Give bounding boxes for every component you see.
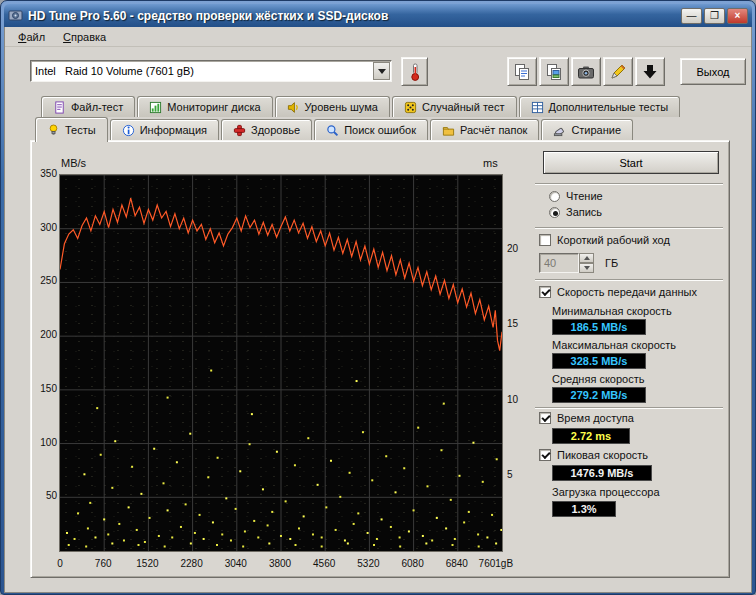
access-time-dot xyxy=(153,448,155,450)
tab-information[interactable]: Информация xyxy=(110,119,219,140)
max-speed-label: Максимальная скорость xyxy=(552,339,676,351)
short-stroke-checkbox[interactable]: Короткий рабочий ход xyxy=(539,234,670,246)
exit-button[interactable]: Выход xyxy=(680,58,746,85)
stepper-down-button[interactable] xyxy=(579,263,594,273)
access-time-dot xyxy=(185,503,187,505)
tab-folder-usage[interactable]: Расчёт папок xyxy=(430,119,539,140)
close-button[interactable]: × xyxy=(727,8,748,24)
window-controls: — ❐ × xyxy=(681,8,748,24)
min-speed-value: 186.5 MB/s xyxy=(552,319,646,335)
stepper-up-button[interactable] xyxy=(579,253,594,263)
access-time-dot xyxy=(158,535,160,537)
access-time-dot xyxy=(458,475,460,477)
hd-tune-window: HD Tune Pro 5.60 - средство проверки жёс… xyxy=(0,0,756,595)
title-bar[interactable]: HD Tune Pro 5.60 - средство проверки жёс… xyxy=(4,4,752,27)
access-time-dot xyxy=(83,473,85,475)
access-time-dot xyxy=(190,542,192,544)
xtick-label: 1520 xyxy=(136,558,158,569)
max-speed-value: 328.5 MB/s xyxy=(552,353,646,369)
screenshot-button[interactable] xyxy=(571,57,601,86)
tab-file-test[interactable]: Файл-тест xyxy=(41,96,135,117)
short-stroke-value[interactable]: 40 xyxy=(539,253,579,273)
toolbar: Intel Raid 10 Volume (7601 gB) xyxy=(5,48,751,92)
checkbox-box-checked xyxy=(539,286,551,298)
access-time-dot xyxy=(450,499,452,501)
ytick-label: 150 xyxy=(33,383,57,394)
tab-label: Здоровье xyxy=(251,124,300,136)
divider xyxy=(535,407,723,409)
access-time-dot xyxy=(371,479,373,481)
access-time-dot xyxy=(317,484,319,486)
read-radio-label: Чтение xyxy=(566,190,603,202)
access-time-dot xyxy=(431,539,433,541)
folder-usage-icon xyxy=(442,124,455,137)
tab-health[interactable]: Здоровье xyxy=(221,119,312,140)
health-icon xyxy=(233,124,246,137)
temperature-button[interactable] xyxy=(401,57,428,86)
submit-results-button[interactable] xyxy=(603,57,633,86)
camera-icon xyxy=(577,63,595,81)
access-time-dot xyxy=(136,529,138,531)
minimize-button[interactable]: — xyxy=(681,8,702,24)
access-time-dot xyxy=(68,544,70,546)
access-time-dot xyxy=(180,526,182,528)
save-button[interactable] xyxy=(635,57,665,86)
checkbox-box xyxy=(539,234,551,246)
access-time-dot xyxy=(128,506,130,508)
short-stroke-stepper: 40 xyxy=(539,253,594,273)
tab-tests[interactable]: Тесты xyxy=(35,117,108,142)
random-test-icon xyxy=(404,101,417,114)
tests-icon xyxy=(47,123,60,137)
access-time-dot xyxy=(225,497,227,499)
access-time-dot xyxy=(138,544,140,546)
ytick-label: 100 xyxy=(33,437,57,448)
menu-file[interactable]: Файл xyxy=(9,29,54,45)
access-time-dot xyxy=(294,464,296,466)
read-radio[interactable]: Чтение xyxy=(549,190,603,202)
tab-erase[interactable]: Стирание xyxy=(541,119,633,140)
start-button[interactable]: Start xyxy=(543,151,719,174)
write-radio[interactable]: Запись xyxy=(549,206,602,218)
access-time-dot xyxy=(89,502,91,504)
tab-disk-monitor[interactable]: Мониторинг диска xyxy=(137,96,272,117)
drive-select-dropdown[interactable] xyxy=(373,62,390,80)
access-time-dot xyxy=(216,544,218,546)
tab-random-test[interactable]: Случайный тест xyxy=(392,96,517,117)
access-time-dot xyxy=(253,520,255,522)
rtick-label: 10 xyxy=(507,394,527,405)
access-time-dot xyxy=(74,538,76,540)
access-time-dot xyxy=(271,511,273,513)
access-time-dot xyxy=(167,397,169,399)
transfer-rate-checkbox[interactable]: Скорость передачи данных xyxy=(539,286,697,298)
access-time-dot xyxy=(381,518,383,520)
access-time-dot xyxy=(140,493,142,495)
copy-image-button[interactable] xyxy=(539,57,569,86)
tab-label: Случайный тест xyxy=(422,101,505,113)
access-time-dot xyxy=(347,542,349,544)
tab-error-scan[interactable]: Поиск ошибок xyxy=(314,119,428,140)
xtick-label: 4560 xyxy=(313,558,335,569)
access-time-dot xyxy=(280,535,282,537)
tab-extra-tests[interactable]: Дополнительные тесты xyxy=(519,96,681,117)
access-time-dot xyxy=(417,427,419,429)
menu-help[interactable]: Справка xyxy=(54,29,115,45)
content-panel: MB/s ms 35030025020015010050 2015105 076… xyxy=(30,140,730,578)
access-time-dot xyxy=(87,527,89,529)
drive-select[interactable]: Intel Raid 10 Volume (7601 gB) xyxy=(30,60,392,82)
access-time-dot xyxy=(167,509,169,511)
maximize-button[interactable]: ❐ xyxy=(704,8,725,24)
access-time-dot xyxy=(478,545,480,547)
access-time-dot xyxy=(468,511,470,513)
access-time-dot xyxy=(482,481,484,483)
access-time-dot xyxy=(477,533,479,535)
access-time-checkbox[interactable]: Время доступа xyxy=(539,412,634,424)
tab-label: Информация xyxy=(140,124,207,136)
access-time-dot xyxy=(339,496,341,498)
copy-text-button[interactable] xyxy=(507,57,537,86)
divider xyxy=(535,279,723,281)
access-time-dot xyxy=(357,512,359,514)
access-time-dot xyxy=(164,545,166,547)
burst-rate-checkbox[interactable]: Пиковая скорость xyxy=(539,449,648,461)
avg-speed-label: Средняя скорость xyxy=(552,373,644,385)
tab-noise-level[interactable]: Уровень шума xyxy=(275,96,390,117)
